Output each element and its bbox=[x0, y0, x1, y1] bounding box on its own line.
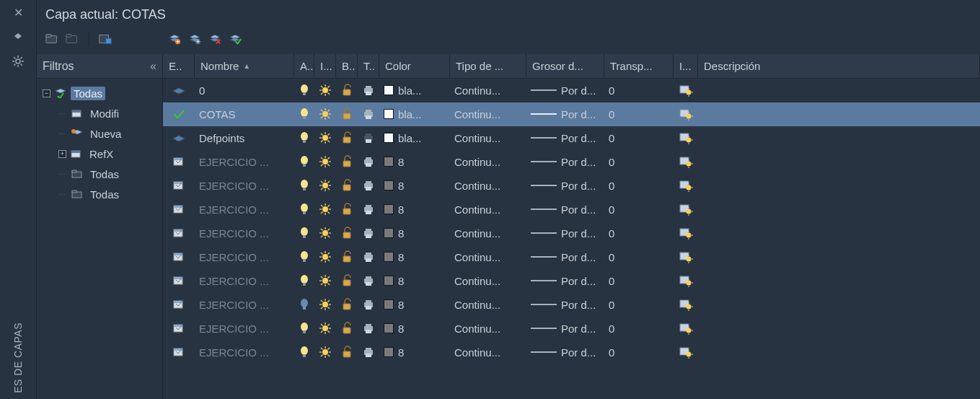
col-lock[interactable]: B.. bbox=[336, 54, 358, 78]
transparency-cell[interactable]: 0 bbox=[604, 156, 674, 168]
on-cell[interactable] bbox=[294, 178, 314, 193]
on-cell[interactable] bbox=[294, 131, 314, 145]
layer-row[interactable]: 0bla...Continu...Por d...0 bbox=[163, 79, 980, 102]
tree-node-all-nonxref[interactable]: Todas bbox=[87, 188, 122, 201]
newvp-cell[interactable] bbox=[674, 202, 698, 216]
on-cell[interactable] bbox=[294, 273, 314, 288]
settings-gear-icon[interactable] bbox=[11, 54, 25, 69]
new-property-filter-icon[interactable] bbox=[45, 32, 60, 46]
transparency-cell[interactable]: 0 bbox=[604, 203, 674, 216]
newvp-cell[interactable] bbox=[674, 297, 698, 312]
status-cell[interactable] bbox=[163, 108, 195, 120]
lock-cell[interactable] bbox=[336, 226, 358, 240]
tree-node-all[interactable]: Todas bbox=[71, 87, 105, 100]
newvp-cell[interactable] bbox=[674, 131, 698, 145]
linetype-cell[interactable]: Continu... bbox=[450, 251, 526, 263]
transparency-cell[interactable]: 0 bbox=[604, 323, 674, 335]
new-layer-icon[interactable] bbox=[167, 32, 182, 46]
linetype-cell[interactable]: Continu... bbox=[450, 299, 526, 311]
newvp-cell[interactable] bbox=[674, 321, 698, 336]
transparency-cell[interactable]: 0 bbox=[604, 346, 674, 359]
col-description[interactable]: Descripción bbox=[698, 54, 980, 78]
freeze-cell[interactable] bbox=[314, 202, 336, 216]
freeze-cell[interactable] bbox=[314, 131, 336, 145]
newvp-cell[interactable] bbox=[674, 273, 698, 288]
status-cell[interactable] bbox=[163, 180, 195, 191]
layer-row[interactable]: EJERCICIO ...8Continu...Por d...0 bbox=[163, 198, 980, 222]
on-cell[interactable] bbox=[294, 202, 314, 216]
plot-cell[interactable] bbox=[358, 250, 379, 264]
name-cell[interactable]: EJERCICIO ... bbox=[195, 275, 294, 287]
freeze-cell[interactable] bbox=[314, 83, 336, 97]
lineweight-cell[interactable]: Por d... bbox=[526, 275, 604, 287]
name-cell[interactable]: EJERCICIO ... bbox=[195, 346, 294, 359]
newvp-cell[interactable] bbox=[674, 107, 698, 121]
linetype-cell[interactable]: Continu... bbox=[450, 275, 526, 287]
freeze-cell[interactable] bbox=[314, 250, 336, 264]
plot-cell[interactable] bbox=[358, 345, 379, 359]
col-lineweight[interactable]: Grosor d... bbox=[526, 54, 604, 78]
linetype-cell[interactable]: Continu... bbox=[450, 156, 526, 168]
freeze-cell[interactable] bbox=[314, 345, 336, 359]
lineweight-cell[interactable]: Por d... bbox=[526, 180, 604, 192]
layer-row[interactable]: EJERCICIO ...8Continu...Por d...0 bbox=[163, 150, 980, 174]
on-cell[interactable] bbox=[294, 250, 314, 264]
plot-cell[interactable] bbox=[358, 107, 379, 121]
layer-row[interactable]: EJERCICIO ...8Continu...Por d...0 bbox=[163, 222, 980, 245]
name-cell[interactable]: Defpoints bbox=[195, 132, 294, 144]
lock-cell[interactable] bbox=[336, 321, 358, 336]
on-cell[interactable] bbox=[294, 345, 314, 359]
lineweight-cell[interactable]: Por d... bbox=[526, 132, 604, 144]
freeze-cell[interactable] bbox=[314, 154, 336, 169]
status-cell[interactable] bbox=[163, 323, 195, 334]
transparency-cell[interactable]: 0 bbox=[604, 275, 674, 287]
on-cell[interactable] bbox=[294, 154, 314, 169]
plot-cell[interactable] bbox=[358, 178, 379, 193]
name-cell[interactable]: 0 bbox=[195, 84, 294, 97]
name-cell[interactable]: EJERCICIO ... bbox=[195, 323, 294, 335]
linetype-cell[interactable]: Continu... bbox=[450, 227, 526, 240]
name-cell[interactable]: EJERCICIO ... bbox=[195, 203, 294, 216]
on-cell[interactable] bbox=[294, 297, 314, 312]
plot-cell[interactable] bbox=[358, 273, 379, 288]
layer-row[interactable]: Defpointsbla...Continu...Por d...0 bbox=[163, 126, 980, 150]
color-cell[interactable]: 8 bbox=[379, 275, 450, 287]
transparency-cell[interactable]: 0 bbox=[604, 180, 674, 192]
name-cell[interactable]: COTAS bbox=[195, 108, 294, 120]
linetype-cell[interactable]: Continu... bbox=[450, 203, 526, 216]
plot-cell[interactable] bbox=[358, 226, 379, 240]
transparency-cell[interactable]: 0 bbox=[604, 299, 674, 311]
transparency-cell[interactable]: 0 bbox=[604, 108, 674, 120]
color-cell[interactable]: bla... bbox=[379, 108, 450, 120]
set-current-layer-icon[interactable] bbox=[228, 32, 242, 46]
lineweight-cell[interactable]: Por d... bbox=[526, 203, 604, 216]
newvp-cell[interactable] bbox=[674, 226, 698, 240]
status-cell[interactable] bbox=[163, 227, 195, 239]
transparency-cell[interactable]: 0 bbox=[604, 132, 674, 144]
layer-row[interactable]: COTASbla...Continu...Por d...0 bbox=[163, 102, 980, 126]
col-newvp[interactable]: I... bbox=[674, 54, 698, 78]
freeze-cell[interactable] bbox=[314, 321, 336, 336]
layer-row[interactable]: EJERCICIO ...8Continu...Por d...0 bbox=[163, 269, 980, 293]
new-layer-frozen-icon[interactable] bbox=[187, 32, 202, 46]
lineweight-cell[interactable]: Por d... bbox=[526, 299, 604, 311]
newvp-cell[interactable] bbox=[674, 345, 698, 359]
status-cell[interactable] bbox=[163, 346, 195, 358]
lock-cell[interactable] bbox=[336, 297, 358, 312]
linetype-cell[interactable]: Continu... bbox=[450, 323, 526, 335]
name-cell[interactable]: EJERCICIO ... bbox=[195, 180, 294, 192]
color-cell[interactable]: bla... bbox=[379, 132, 450, 144]
name-cell[interactable]: EJERCICIO ... bbox=[195, 251, 294, 263]
col-name[interactable]: Nombre▲ bbox=[195, 54, 294, 78]
tree-expand-icon[interactable]: + bbox=[58, 150, 66, 158]
col-color[interactable]: Color bbox=[379, 54, 450, 78]
plot-cell[interactable] bbox=[358, 131, 379, 145]
lock-cell[interactable] bbox=[336, 202, 358, 216]
lineweight-cell[interactable]: Por d... bbox=[526, 227, 604, 240]
lock-cell[interactable] bbox=[336, 250, 358, 264]
tree-node-xref[interactable]: RefX bbox=[87, 147, 116, 161]
color-cell[interactable]: 8 bbox=[379, 323, 450, 335]
color-cell[interactable]: 8 bbox=[379, 156, 450, 168]
plot-cell[interactable] bbox=[358, 321, 379, 336]
transparency-cell[interactable]: 0 bbox=[604, 251, 674, 263]
